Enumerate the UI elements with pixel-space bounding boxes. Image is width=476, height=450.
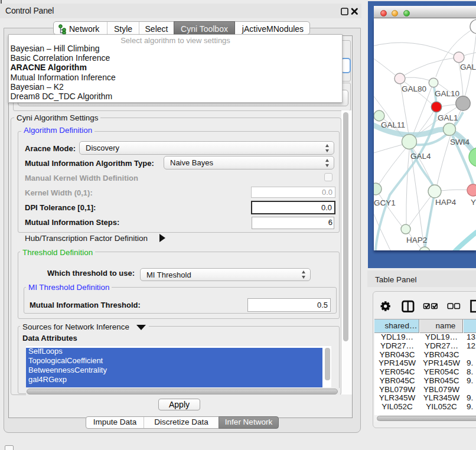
svg-text:GAL80: GAL80 [402, 84, 426, 93]
svg-text:GAL10: GAL10 [435, 89, 459, 98]
svg-text:SWI4: SWI4 [450, 138, 470, 146]
svg-text:HAP2: HAP2 [406, 236, 427, 244]
svg-text:GCY1: GCY1 [374, 198, 396, 207]
svg-text:HAP4: HAP4 [435, 198, 457, 207]
svg-text:GAL4: GAL4 [410, 152, 431, 161]
svg-text:GAL: GAL [460, 63, 476, 71]
svg-text:Y: Y [471, 198, 476, 207]
svg-text:GAL1: GAL1 [438, 113, 458, 122]
svg-text:GAL11: GAL11 [381, 120, 405, 129]
